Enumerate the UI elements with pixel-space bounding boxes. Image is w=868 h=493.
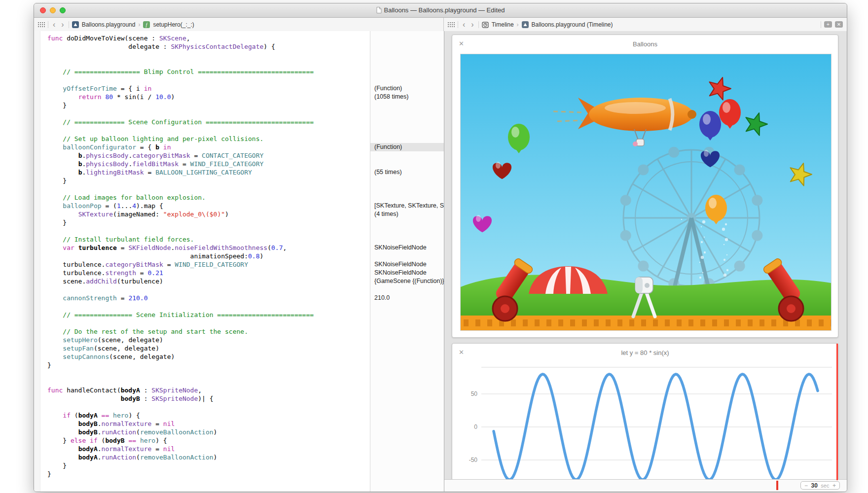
close-panel-icon[interactable]: ✕ xyxy=(459,40,464,47)
add-editor-button[interactable]: + xyxy=(824,21,832,28)
code-line[interactable]: func handleContact(bodyA : SKSpriteNode, xyxy=(47,386,370,394)
result-value[interactable]: (Function) xyxy=(370,143,444,151)
code-line[interactable]: // ============= Scene Configuration ===… xyxy=(47,118,370,126)
document-icon xyxy=(376,4,382,18)
code-line[interactable] xyxy=(47,302,370,311)
breadcrumb-timeline[interactable]: Timeline xyxy=(492,21,514,28)
playhead[interactable] xyxy=(836,344,838,480)
close-panel-icon[interactable]: ✕ xyxy=(459,349,464,356)
code-line[interactable]: } else if (bodyB == hero) { xyxy=(47,436,370,445)
code-line[interactable]: // Do the rest of the setup and start th… xyxy=(47,327,370,336)
code-line[interactable] xyxy=(47,109,370,118)
code-line[interactable]: // Load images for balloon explosion. xyxy=(47,193,370,202)
panel-header: ✕ Balloons xyxy=(452,35,838,53)
forward-button[interactable]: › xyxy=(470,21,475,29)
code-line[interactable]: animationSpeed:0.8) xyxy=(47,252,370,260)
editor-gutter[interactable] xyxy=(34,31,40,492)
code-line[interactable]: // Set up balloon lighting and per-pixel… xyxy=(47,135,370,143)
result-value[interactable]: {GameScene {(Function)} {(F… xyxy=(370,277,444,285)
ground-strip xyxy=(461,316,832,330)
code-line[interactable]: delegate : SKPhysicsContactDelegate) { xyxy=(47,42,370,51)
breadcrumb-file[interactable]: Balloons.playground xyxy=(82,21,136,28)
code-line[interactable] xyxy=(47,126,370,135)
code-line[interactable]: } xyxy=(47,176,370,185)
code-line[interactable]: bodyA.normalTexture = nil xyxy=(47,445,370,453)
divider xyxy=(69,21,69,28)
result-value[interactable]: 210.0 xyxy=(370,294,444,302)
code-line[interactable] xyxy=(47,51,370,59)
code-line[interactable]: } xyxy=(47,218,370,227)
code-line[interactable]: // Install turbulant field forces. xyxy=(47,235,370,244)
code-line[interactable]: b.physicsBody.categoryBitMask = CONTACT_… xyxy=(47,151,370,160)
code-line[interactable]: } xyxy=(47,470,370,478)
result-value[interactable]: (1058 times) xyxy=(370,93,444,101)
result-value[interactable]: [SKTexture, SKTexture, SKTe… xyxy=(370,202,444,210)
code-line[interactable]: // =============== Scene Initialization … xyxy=(47,311,370,319)
increment-button[interactable]: + xyxy=(832,482,836,489)
code-line[interactable]: balloonConfigurator = { b in xyxy=(47,143,370,151)
breadcrumb-separator: › xyxy=(138,21,140,28)
code-line[interactable] xyxy=(47,285,370,294)
back-button[interactable]: ‹ xyxy=(51,21,57,29)
breadcrumb-symbol[interactable]: setupHero(_:_:) xyxy=(153,21,194,28)
zoom-window-button[interactable] xyxy=(60,7,66,13)
result-value[interactable]: SKNoiseFieldNode xyxy=(370,260,444,269)
code-line[interactable]: } xyxy=(47,101,370,109)
breadcrumb-separator: › xyxy=(517,21,519,28)
code-line[interactable] xyxy=(47,227,370,235)
code-line[interactable]: setupFan(scene, delegate) xyxy=(47,344,370,352)
result-value[interactable]: SKNoiseFieldNode xyxy=(370,244,444,252)
code-line[interactable]: cannonStrength = 210.0 xyxy=(47,294,370,302)
close-window-button[interactable] xyxy=(40,7,46,13)
forward-button[interactable]: › xyxy=(60,21,65,29)
code-line[interactable]: return 80 * sin(i / 10.0) xyxy=(47,93,370,101)
panel-title: Balloons xyxy=(452,35,838,53)
playhead-tick[interactable] xyxy=(776,481,778,490)
close-editor-button[interactable]: ✕ xyxy=(835,21,843,28)
result-value[interactable]: (4 times) xyxy=(370,210,444,218)
code-line[interactable]: bodyB.normalTexture = nil xyxy=(47,420,370,428)
code-line[interactable]: turbulence.categoryBitMask = WIND_FIELD_… xyxy=(47,260,370,269)
code-line[interactable]: b.physicsBody.fieldBitMask = WIND_FIELD_… xyxy=(47,160,370,168)
code-line[interactable]: // ================= Blimp Control =====… xyxy=(47,68,370,76)
code-line[interactable]: bodyB : SKSpriteNode)| { xyxy=(47,394,370,403)
minimize-window-button[interactable] xyxy=(50,7,56,13)
breadcrumb-file-timeline[interactable]: Balloons.playground (Timeline) xyxy=(532,21,613,28)
code-line[interactable]: bodyB.runAction(removeBalloonAction) xyxy=(47,428,370,436)
code-line[interactable]: func doDidMoveToView(scene : SKScene, xyxy=(47,34,370,42)
code-line[interactable]: var turbulence = SKFieldNode.noiseFieldW… xyxy=(47,244,370,252)
code-line[interactable]: } xyxy=(47,361,370,369)
code-line[interactable]: setupHero(scene, delegate) xyxy=(47,336,370,344)
decrement-button[interactable]: − xyxy=(804,482,808,489)
code-line[interactable] xyxy=(47,378,370,386)
code-line[interactable] xyxy=(47,403,370,411)
code-line[interactable] xyxy=(47,59,370,68)
code-lines[interactable]: func doDidMoveToView(scene : SKScene, de… xyxy=(47,34,370,492)
timeline-scrubber-bar[interactable]: − 30 sec + xyxy=(444,479,847,492)
result-value[interactable]: (Function) xyxy=(370,84,444,93)
title-bar[interactable]: Balloons — Balloons.playground — Edited xyxy=(34,3,847,18)
result-value[interactable]: SKNoiseFieldNode xyxy=(370,269,444,277)
code-line[interactable]: if (bodyA == hero) { xyxy=(47,411,370,420)
code-line[interactable]: yOffsetForTime = { i in xyxy=(47,84,370,93)
code-line[interactable]: scene.addChild(turbulence) xyxy=(47,277,370,285)
code-line[interactable] xyxy=(47,185,370,193)
code-line[interactable] xyxy=(47,319,370,327)
divider xyxy=(821,21,821,28)
code-line[interactable]: SKTexture(imageNamed: "explode_0\($0)") xyxy=(47,210,370,218)
sine-result-panel: ✕ let y = 80 * sin(x) 500-50 xyxy=(452,343,838,481)
code-line[interactable]: balloonPop = (1...4).map { xyxy=(47,202,370,210)
code-line[interactable] xyxy=(47,76,370,84)
code-editor[interactable]: func doDidMoveToView(scene : SKScene, de… xyxy=(34,31,370,492)
back-button[interactable]: ‹ xyxy=(461,21,467,29)
code-line[interactable]: b.lightingBitMask = BALLOON_LIGHTING_CAT… xyxy=(47,168,370,176)
code-line[interactable]: } xyxy=(47,461,370,470)
related-items-icon[interactable] xyxy=(448,20,455,29)
code-line[interactable]: bodyA.runAction(removeBalloonAction) xyxy=(47,453,370,461)
code-line[interactable] xyxy=(47,369,370,378)
traffic-lights xyxy=(40,7,66,13)
result-value[interactable]: (55 times) xyxy=(370,168,444,176)
related-items-icon[interactable] xyxy=(38,20,45,29)
code-line[interactable]: setupCannons(scene, delegate) xyxy=(47,352,370,361)
code-line[interactable]: turbulence.strength = 0.21 xyxy=(47,269,370,277)
